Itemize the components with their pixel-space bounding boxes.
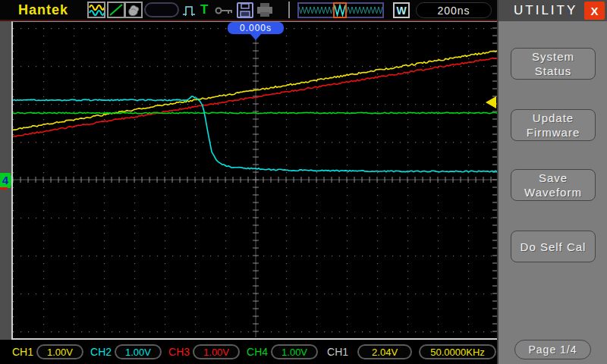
ch2-label: CH2 (90, 346, 112, 358)
trigger-level-pill: 2.04V (357, 344, 412, 359)
toolbar-divider (288, 2, 290, 18)
status-bar: CH1 1.00V CH2 1.00V CH3 1.00V CH4 1.00V … (0, 340, 497, 364)
oscilloscope-ui: Hantek T (0, 0, 607, 364)
top-toolbar: Hantek T (0, 0, 497, 20)
trigger-frequency-pill: 50.0000KHz (419, 344, 496, 359)
ch3-label: CH3 (168, 346, 190, 358)
trigger-source-label: CH1 (327, 346, 348, 358)
hand-button[interactable] (124, 2, 143, 18)
channel-waves-icon (89, 3, 104, 17)
pulse-autoset-icon[interactable] (181, 3, 198, 17)
trigger-level-marker[interactable] (486, 96, 496, 108)
ch4-volts-pill: 1.00V (271, 344, 318, 359)
page-button[interactable]: Page 1/4 (514, 340, 591, 359)
waveform-preview-strip[interactable] (297, 2, 384, 18)
ch4-ground-marker[interactable]: 4 (0, 173, 11, 188)
ch1-label: CH1 (12, 346, 33, 358)
empty-slot (144, 2, 179, 17)
system-status-button[interactable]: System Status (511, 48, 596, 80)
hantek-logo: Hantek (18, 2, 68, 20)
ch3-ground-marker[interactable] (0, 187, 8, 190)
preview-window-wave (335, 4, 345, 17)
ch4-label: CH4 (247, 346, 268, 358)
save-floppy-icon[interactable] (237, 2, 253, 18)
scope-canvas (13, 22, 497, 337)
left-marker-gutter: 4 (0, 21, 11, 340)
ch3-volts-pill: 1.00V (193, 344, 240, 359)
preview-view-window[interactable] (333, 2, 347, 18)
scope-display: 4 0.000s (0, 21, 497, 340)
key-icon[interactable] (215, 6, 234, 15)
ch1-volts-pill: 1.00V (36, 344, 83, 359)
panel-title: UTILITY (514, 3, 577, 18)
ramp-button[interactable] (107, 2, 125, 18)
ramp-icon (109, 3, 124, 17)
scope-screen: 0.000s (11, 21, 497, 340)
trace-ch4 (13, 112, 497, 114)
panel-header: UTILITY X (498, 0, 607, 21)
close-button[interactable]: X (584, 2, 605, 20)
hand-icon (126, 3, 141, 17)
trace-ch1 (13, 51, 497, 130)
trace-ch3 (13, 58, 497, 137)
channel-waves-button[interactable] (87, 2, 105, 18)
do-self-cal-button[interactable]: Do Self Cal (511, 231, 596, 262)
window-mode-icon[interactable]: W (393, 2, 410, 18)
horizontal-offset-tag[interactable]: 0.000s (228, 22, 284, 34)
save-waveform-button[interactable]: Save Waveform (511, 169, 596, 201)
horizontal-offset-pointer (250, 34, 261, 40)
utility-panel: UTILITY X System Status Update Firmware … (497, 0, 607, 364)
trigger-t-icon[interactable]: T (200, 2, 208, 17)
printer-icon[interactable] (256, 2, 273, 17)
update-firmware-button[interactable]: Update Firmware (511, 109, 596, 141)
timebase-readout: 200ns (416, 2, 492, 18)
ch2-volts-pill: 1.00V (115, 344, 162, 359)
